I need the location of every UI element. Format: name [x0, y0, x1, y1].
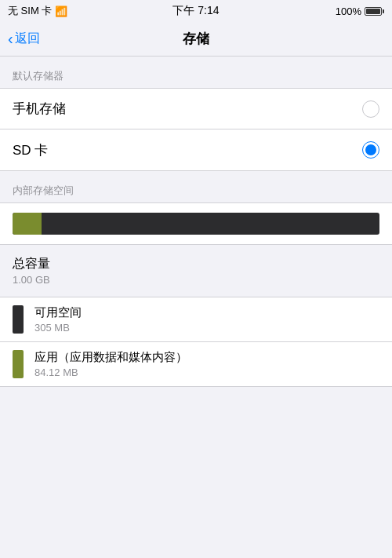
phone-storage-radio[interactable]: [362, 100, 379, 118]
available-text: 可用空间 305 MB: [34, 305, 82, 334]
phone-storage-label: 手机存储: [13, 100, 66, 118]
status-time: 下午 7:14: [172, 4, 219, 18]
storage-legend-group: 可用空间 305 MB 应用（应用数据和媒体内容） 84.12 MB: [0, 297, 392, 387]
sd-storage-item[interactable]: SD 卡: [0, 129, 392, 170]
status-right: 100%: [336, 5, 384, 17]
capacity-section: 总容量 1.00 GB: [0, 245, 392, 289]
available-size: 305 MB: [34, 322, 82, 334]
apps-text: 应用（应用数据和媒体内容） 84.12 MB: [34, 350, 187, 378]
back-label: 返回: [15, 31, 40, 47]
battery-icon: [365, 7, 384, 16]
apps-color-block: [13, 350, 24, 378]
status-left: 无 SIM 卡 📶: [8, 4, 67, 18]
available-space-item: 可用空间 305 MB: [0, 297, 392, 342]
sd-storage-label: SD 卡: [13, 141, 48, 159]
storage-options-list: 手机存储 SD 卡: [0, 88, 392, 171]
battery-percent: 100%: [336, 5, 361, 17]
apps-size: 84.12 MB: [34, 367, 187, 378]
wifi-icon: 📶: [55, 5, 67, 17]
page-title: 存储: [183, 30, 209, 48]
status-bar: 无 SIM 卡 📶 下午 7:14 100%: [0, 0, 392, 22]
carrier-label: 无 SIM 卡: [8, 4, 52, 18]
available-color-block: [13, 305, 24, 334]
storage-bar-container: [0, 202, 392, 245]
chevron-left-icon: ‹: [8, 31, 13, 46]
available-name: 可用空间: [34, 305, 82, 320]
internal-storage-label: 内部存储空间: [0, 171, 392, 202]
total-capacity-title: 总容量: [13, 256, 379, 272]
default-storage-label: 默认存储器: [0, 57, 392, 88]
sd-storage-radio[interactable]: [362, 141, 379, 159]
total-capacity-value: 1.00 GB: [13, 274, 379, 286]
back-button[interactable]: ‹ 返回: [8, 31, 40, 47]
storage-bar-used: [13, 213, 42, 235]
apps-space-item: 应用（应用数据和媒体内容） 84.12 MB: [0, 342, 392, 386]
nav-bar: ‹ 返回 存储: [0, 22, 392, 57]
storage-bar: [13, 213, 379, 235]
phone-storage-item[interactable]: 手机存储: [0, 89, 392, 129]
apps-name: 应用（应用数据和媒体内容）: [34, 350, 187, 365]
